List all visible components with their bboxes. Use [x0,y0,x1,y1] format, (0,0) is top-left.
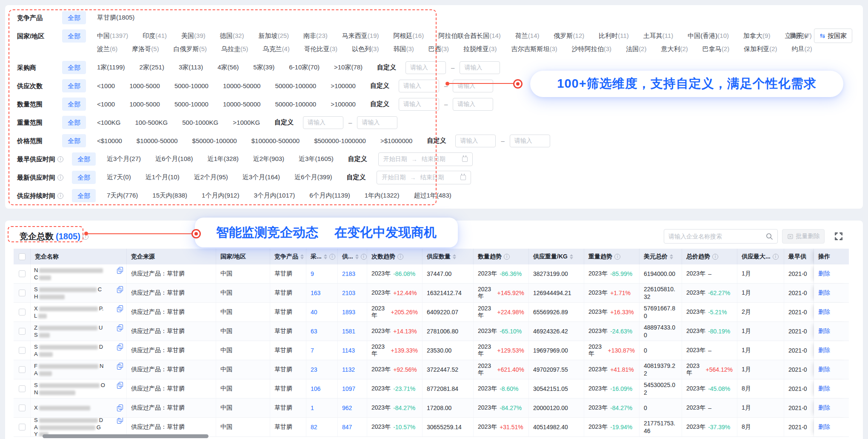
sort-icon[interactable] [355,254,359,259]
filter-option[interactable]: 7天内(776) [107,192,138,200]
sort-icon[interactable] [670,254,673,259]
filter-option[interactable]: 马来西亚(19) [342,32,379,40]
range-input-max[interactable]: 请输入 [510,135,550,147]
custom-label[interactable]: 自定义 [370,82,389,90]
info-icon[interactable]: i [397,254,403,260]
filter-option[interactable]: >10家(78) [334,63,363,72]
filter-option[interactable]: 波兰(6) [97,45,117,53]
fullscreen-icon[interactable] [834,232,843,241]
row-checkbox[interactable] [19,385,26,392]
filter-option[interactable]: 超过1年(483) [414,192,451,200]
sort-icon[interactable] [570,254,573,259]
filter-option[interactable]: 3家(113) [179,63,203,72]
filter-option[interactable]: >100000 [331,100,356,108]
buyer-count-link[interactable]: 82 [311,424,317,430]
filter-all-chip[interactable]: 全部 [62,61,86,74]
filter-option[interactable]: $100000-500000 [251,137,300,144]
buyer-count-link[interactable]: 1 [311,405,314,411]
filter-all-chip[interactable]: 全部 [62,98,86,111]
copy-icon[interactable] [117,324,123,331]
filter-option[interactable]: 100-500KG [135,119,168,126]
info-icon[interactable]: i [614,254,620,260]
filter-option[interactable]: 韩国(3) [393,45,414,53]
row-checkbox[interactable] [19,290,26,296]
filter-all-chip[interactable]: 全部 [72,152,96,166]
delete-link[interactable]: 删除 [818,385,830,393]
custom-label[interactable]: 自定义 [370,100,389,108]
filter-option[interactable]: 近1年(328) [207,155,238,163]
filter-option[interactable]: 中国(香港)(10) [688,32,729,40]
filter-option[interactable]: 拉脱维亚(3) [463,45,497,53]
filter-option[interactable]: 6个月内(1139) [309,192,350,200]
filter-option[interactable]: 约旦(2) [792,45,812,53]
filter-option[interactable]: 乌克兰(4) [263,45,289,53]
select-all-checkbox[interactable] [19,253,26,260]
filter-option[interactable]: 近6个月(108) [155,155,193,163]
buyer-count-link[interactable]: 7 [311,347,314,354]
sort-icon[interactable] [300,254,304,259]
range-input-min[interactable]: 请输入 [455,135,496,147]
range-input-min[interactable]: 请输入 [303,116,343,129]
filter-option[interactable]: 近3个月(27) [107,155,141,163]
filter-option[interactable]: 10000-50000 [223,82,260,89]
range-input-max[interactable]: 请输入 [453,80,493,92]
filter-all-chip[interactable]: 全部 [62,29,86,43]
filter-option[interactable]: $50000-100000 [192,137,237,144]
copy-icon[interactable] [117,418,123,424]
filter-option[interactable]: 阿根廷(16) [393,32,424,40]
buyer-count-link[interactable]: 106 [311,385,320,392]
batch-delete-button[interactable]: 批量删除 [782,229,825,244]
delete-link[interactable]: 删除 [818,366,830,373]
copy-icon[interactable] [117,267,123,274]
custom-label[interactable]: 自定义 [348,155,367,163]
delete-link[interactable]: 删除 [818,270,830,278]
filter-option[interactable]: 中国(1397) [97,32,128,40]
filter-option[interactable]: 荷兰(14) [515,32,540,40]
info-icon[interactable]: i [57,175,63,181]
row-checkbox[interactable] [19,366,26,373]
search-input[interactable] [668,233,765,240]
filter-option[interactable]: 以色列(3) [352,45,379,53]
supply-count-link[interactable]: 1097 [342,385,355,392]
filter-all-chip[interactable]: 全部 [62,79,86,92]
row-checkbox[interactable] [19,270,26,277]
filter-option[interactable]: 50000-100000 [275,82,316,89]
filter-option[interactable]: 摩洛哥(5) [132,45,159,53]
filter-option[interactable]: 1000-5000 [129,100,160,108]
supply-count-link[interactable]: 847 [342,424,352,430]
filter-option[interactable]: 1个月内(912) [202,192,239,200]
filter-option[interactable]: 1000-5000 [129,82,160,89]
filter-option[interactable]: 5家(39) [253,63,274,72]
info-icon[interactable]: i [712,254,718,260]
sort-icon[interactable] [453,254,456,259]
group-by-country-button[interactable]: ⇆按国家 [814,29,852,43]
range-input-min[interactable]: 请输入 [399,80,439,92]
row-checkbox[interactable] [19,309,26,316]
buyer-count-link[interactable]: 163 [311,290,320,296]
filter-option[interactable]: 2家(251) [140,63,164,72]
filter-option[interactable]: 近3年(1605) [299,155,334,163]
supply-count-link[interactable]: 2183 [342,270,355,277]
filter-option[interactable]: 50000-100000 [275,100,316,108]
delete-link[interactable]: 删除 [818,423,830,431]
filter-option[interactable]: 意大利(2) [661,45,688,53]
date-range-input[interactable]: 开始日期→结束日期 [378,152,473,166]
delete-link[interactable]: 删除 [818,327,830,335]
copy-icon[interactable] [117,363,123,370]
buyer-count-link[interactable]: 9 [311,270,314,277]
filter-option[interactable]: 德国(32) [220,32,244,40]
delete-link[interactable]: 删除 [818,404,830,412]
delete-link[interactable]: 删除 [818,308,830,316]
filter-option[interactable]: 土耳其(11) [643,32,674,40]
filter-all-chip[interactable]: 全部 [62,116,86,129]
filter-option[interactable]: 乌拉圭(5) [221,45,248,53]
filter-option[interactable]: 近2个月(95) [194,173,228,181]
supply-count-link[interactable]: 1581 [342,328,355,335]
supply-count-link[interactable]: 2103 [342,290,355,296]
filter-option[interactable]: <1000 [97,82,115,89]
filter-option[interactable]: 比利时(11) [599,32,629,40]
filter-option[interactable]: 草甘膦(1805) [97,14,134,22]
filter-option[interactable]: 10000-50000 [223,100,260,108]
info-icon[interactable]: i [57,193,63,199]
filter-option[interactable]: 5000-10000 [174,82,208,89]
